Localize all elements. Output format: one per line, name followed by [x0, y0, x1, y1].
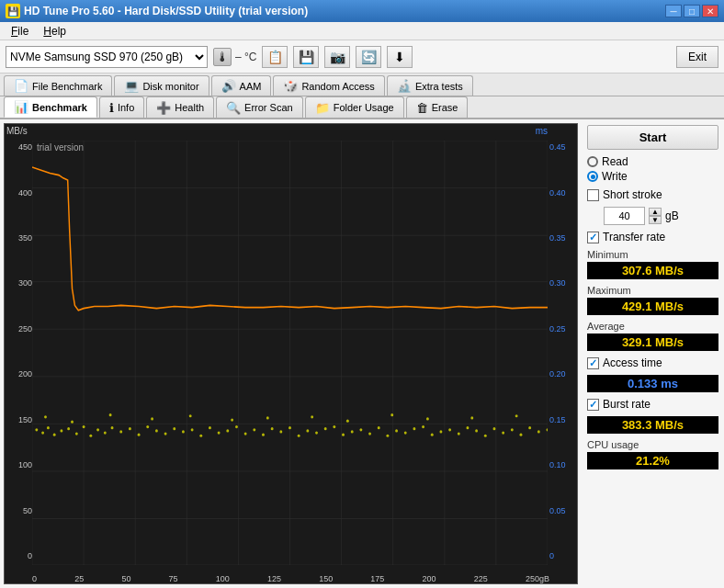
stroke-value-input[interactable]: 40: [604, 207, 645, 225]
burst-rate-value: 383.3 MB/s: [587, 416, 718, 434]
short-stroke-checkbox[interactable]: [587, 189, 599, 201]
temperature-display: 🌡 – °C: [213, 48, 256, 66]
svg-point-41: [191, 428, 194, 431]
svg-point-57: [333, 425, 335, 428]
titlebar-controls: ─ □ ✕: [665, 5, 718, 17]
svg-point-89: [311, 415, 313, 418]
stroke-up-button[interactable]: ▲: [649, 208, 662, 216]
read-write-radio-group: Read Write: [587, 155, 718, 183]
transfer-rate-checkbox[interactable]: ✓: [587, 232, 599, 243]
access-time-checkbox[interactable]: ✓: [587, 357, 599, 369]
benchmark-icon: 📊: [14, 100, 28, 114]
transfer-rate-checkmark: ✓: [589, 232, 597, 243]
info-icon-btn[interactable]: 💾: [293, 46, 319, 68]
access-time-checkmark: ✓: [589, 357, 597, 369]
tab-folder-usage-label: Folder Usage: [334, 102, 394, 113]
tab-aam[interactable]: 🔊 AAM: [211, 75, 272, 96]
svg-point-22: [41, 431, 44, 434]
yaxis-label-300: 300: [6, 278, 32, 288]
tab-file-benchmark[interactable]: 📄 File Benchmark: [4, 75, 112, 96]
yaxis-right: 0 0.05 0.10 0.15 0.20 0.25 0.30 0.35 0.4…: [548, 142, 577, 560]
close-button[interactable]: ✕: [702, 5, 718, 17]
short-stroke-label: Short stroke: [603, 188, 662, 201]
tab-random-access-label: Random Access: [301, 81, 374, 92]
write-radio-button[interactable]: [587, 171, 598, 182]
drive-selector[interactable]: NVMe Samsung SSD 970 (250 gB): [6, 46, 208, 68]
tab-aam-label: AAM: [240, 81, 262, 92]
tab-benchmark-label: Benchmark: [32, 102, 87, 113]
health-icon: ➕: [156, 101, 171, 115]
menu-file[interactable]: File: [4, 23, 36, 40]
svg-point-93: [470, 416, 473, 419]
access-time-dots: [35, 413, 548, 437]
temperature-icon: 🌡: [213, 48, 232, 66]
maximize-button[interactable]: □: [684, 5, 700, 17]
minimize-button[interactable]: ─: [665, 5, 682, 17]
svg-point-32: [111, 426, 114, 429]
tab-disk-monitor[interactable]: 💻 Disk monitor: [114, 75, 209, 96]
xaxis-250: 250gB: [526, 574, 549, 583]
chart-area: MB/s ms trial version: [4, 123, 578, 584]
chart-svg: [32, 141, 548, 565]
yaxis-label-450: 450: [6, 142, 32, 152]
svg-point-94: [515, 414, 518, 417]
svg-point-29: [89, 435, 92, 437]
burst-rate-label: Burst rate: [603, 398, 650, 411]
tab-benchmark[interactable]: 📊 Benchmark: [4, 96, 97, 118]
svg-point-68: [431, 434, 434, 436]
benchmark-icon-btn[interactable]: 📋: [262, 46, 288, 68]
tab-random-access[interactable]: 🎲 Random Access: [273, 75, 384, 96]
exit-button[interactable]: Exit: [676, 46, 718, 68]
transfer-rate-checkbox-item[interactable]: ✓ Transfer rate: [587, 231, 718, 243]
read-radio-item[interactable]: Read: [587, 155, 718, 168]
xaxis-150: 150: [319, 574, 333, 583]
yaxis-right-0: 0: [549, 551, 575, 560]
stroke-input-row: 40 ▲ ▼ gB: [604, 207, 718, 225]
yaxis-right-045: 0.45: [549, 142, 575, 152]
xaxis-125: 125: [267, 574, 281, 583]
svg-point-82: [44, 415, 47, 418]
svg-point-50: [271, 427, 274, 430]
disk-monitor-icon: 💻: [124, 79, 139, 93]
start-button[interactable]: Start: [587, 125, 718, 150]
tab-extra-tests[interactable]: 🔬 Extra tests: [387, 75, 473, 96]
file-benchmark-icon: 📄: [14, 79, 28, 93]
download-icon-btn[interactable]: ⬇: [387, 46, 413, 68]
write-radio-item[interactable]: Write: [587, 170, 718, 183]
read-radio-button[interactable]: [587, 156, 598, 167]
tab-erase[interactable]: 🗑 Erase: [406, 96, 469, 118]
burst-rate-checkbox-item[interactable]: ✓ Burst rate: [587, 398, 718, 411]
refresh-icon-btn[interactable]: 🔄: [356, 46, 381, 68]
svg-point-70: [448, 428, 451, 431]
svg-point-91: [390, 413, 393, 416]
titlebar: 💾 HD Tune Pro 5.60 - Hard Disk/SSD Utili…: [0, 0, 724, 22]
xaxis: 0 25 50 75 100 125 150 175 200 225 250gB: [32, 574, 549, 583]
svg-point-39: [173, 427, 175, 430]
stroke-unit-label: gB: [665, 209, 679, 222]
titlebar-title: HD Tune Pro 5.60 - Hard Disk/SSD Utility…: [24, 5, 308, 17]
health-icon-btn[interactable]: 📷: [324, 46, 350, 68]
yaxis-right-035: 0.35: [549, 233, 575, 243]
tab-error-scan[interactable]: 🔍 Error Scan: [216, 96, 303, 118]
tab-health[interactable]: ➕ Health: [146, 96, 214, 118]
svg-point-71: [458, 432, 460, 435]
access-time-value: 0.133 ms: [587, 375, 718, 392]
yaxis-ms-label: ms: [536, 126, 548, 136]
svg-point-23: [47, 426, 50, 429]
yaxis-mb-label: MB/s: [6, 126, 28, 136]
yaxis-left: 0 50 100 150 200 250 300 350 400 450: [5, 142, 34, 560]
yaxis-right-030: 0.30: [549, 278, 575, 288]
yaxis-right-040: 0.40: [549, 188, 575, 198]
xaxis-175: 175: [370, 574, 384, 583]
main-content: MB/s ms trial version: [0, 119, 724, 588]
tab-info[interactable]: ℹ Info: [99, 96, 144, 118]
svg-point-24: [53, 434, 56, 436]
tab-folder-usage[interactable]: 📁 Folder Usage: [305, 96, 404, 118]
tab-info-label: Info: [118, 102, 134, 113]
short-stroke-checkbox-item[interactable]: Short stroke: [587, 188, 718, 201]
svg-point-49: [262, 434, 265, 436]
stroke-down-button[interactable]: ▼: [649, 216, 662, 224]
menu-help[interactable]: Help: [36, 23, 74, 40]
access-time-checkbox-item[interactable]: ✓ Access time: [587, 356, 718, 369]
burst-rate-checkbox[interactable]: ✓: [587, 399, 599, 411]
